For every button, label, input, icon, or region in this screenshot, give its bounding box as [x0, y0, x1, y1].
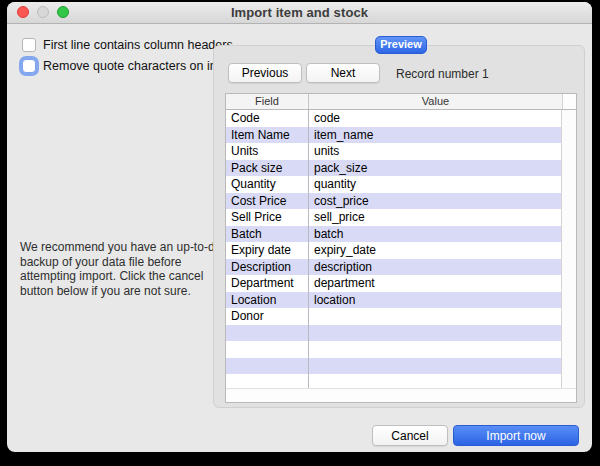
field-cell: Sell Price	[226, 209, 309, 226]
column-header-field[interactable]: Field	[226, 94, 309, 109]
table-row: Quantityquantity	[226, 176, 561, 193]
value-cell: item_name	[309, 127, 561, 144]
import-dialog-window: Import item and stock First line contain…	[7, 2, 592, 452]
table-row: Departmentdepartment	[226, 275, 561, 292]
field-cell: Department	[226, 275, 309, 292]
field-cell: Quantity	[226, 176, 309, 193]
value-cell: description	[309, 259, 561, 276]
value-cell: cost_price	[309, 193, 561, 210]
field-cell	[226, 341, 309, 358]
table-row	[226, 358, 561, 375]
value-cell: sell_price	[309, 209, 561, 226]
field-cell	[226, 325, 309, 342]
field-cell	[226, 374, 309, 388]
value-cell	[309, 308, 561, 325]
cancel-button[interactable]: Cancel	[372, 425, 448, 446]
table-row: Cost Pricecost_price	[226, 193, 561, 210]
table-row: Donor	[226, 308, 561, 325]
scrollbar-corner	[562, 94, 576, 109]
value-cell: code	[309, 110, 561, 127]
first-line-headers-option: First line contains column headers	[22, 38, 233, 52]
preview-tab-button[interactable]: Preview	[375, 36, 427, 54]
value-cell	[309, 358, 561, 375]
value-cell: units	[309, 143, 561, 160]
table-header: Field Value	[226, 94, 576, 110]
table-row: Item Nameitem_name	[226, 127, 561, 144]
table-row: Codecode	[226, 110, 561, 127]
window-title: Import item and stock	[7, 5, 592, 20]
field-mapping-table: Field Value CodecodeItem Nameitem_nameUn…	[225, 93, 577, 403]
field-cell: Pack size	[226, 160, 309, 177]
horizontal-scrollbar[interactable]	[226, 388, 576, 402]
value-cell	[309, 374, 561, 388]
table-row: Descriptiondescription	[226, 259, 561, 276]
table-row: Batchbatch	[226, 226, 561, 243]
remove-quotes-checkbox[interactable]	[22, 59, 36, 73]
title-bar[interactable]: Import item and stock	[7, 2, 592, 24]
import-now-button[interactable]: Import now	[453, 425, 579, 446]
remove-quotes-option: Remove quote characters on import	[22, 59, 242, 73]
table-row: Sell Pricesell_price	[226, 209, 561, 226]
field-cell: Item Name	[226, 127, 309, 144]
value-cell: department	[309, 275, 561, 292]
value-cell: expiry_date	[309, 242, 561, 259]
first-line-headers-label: First line contains column headers	[43, 38, 233, 52]
table-row: Unitsunits	[226, 143, 561, 160]
field-cell: Expiry date	[226, 242, 309, 259]
value-cell: quantity	[309, 176, 561, 193]
record-number-label: Record number 1	[396, 67, 489, 81]
field-cell: Batch	[226, 226, 309, 243]
table-row: Pack sizepack_size	[226, 160, 561, 177]
field-cell: Units	[226, 143, 309, 160]
value-cell	[309, 325, 561, 342]
table-row: Expiry dateexpiry_date	[226, 242, 561, 259]
value-cell	[309, 341, 561, 358]
field-cell: Description	[226, 259, 309, 276]
table-row	[226, 325, 561, 342]
vertical-scrollbar[interactable]	[561, 110, 576, 388]
column-header-value[interactable]: Value	[309, 94, 562, 109]
value-cell: pack_size	[309, 160, 561, 177]
field-cell: Code	[226, 110, 309, 127]
field-cell: Cost Price	[226, 193, 309, 210]
table-row	[226, 374, 561, 388]
field-cell: Location	[226, 292, 309, 309]
previous-button[interactable]: Previous	[228, 63, 302, 83]
table-row: Locationlocation	[226, 292, 561, 309]
remove-quotes-label: Remove quote characters on import	[43, 59, 242, 73]
backup-warning-text: We recommend you have an up-to-date back…	[20, 240, 234, 298]
table-body: CodecodeItem Nameitem_nameUnitsunitsPack…	[226, 110, 561, 388]
table-row	[226, 341, 561, 358]
next-button[interactable]: Next	[306, 63, 380, 83]
value-cell: location	[309, 292, 561, 309]
field-cell	[226, 358, 309, 375]
first-line-headers-checkbox[interactable]	[22, 38, 36, 52]
field-cell: Donor	[226, 308, 309, 325]
value-cell: batch	[309, 226, 561, 243]
